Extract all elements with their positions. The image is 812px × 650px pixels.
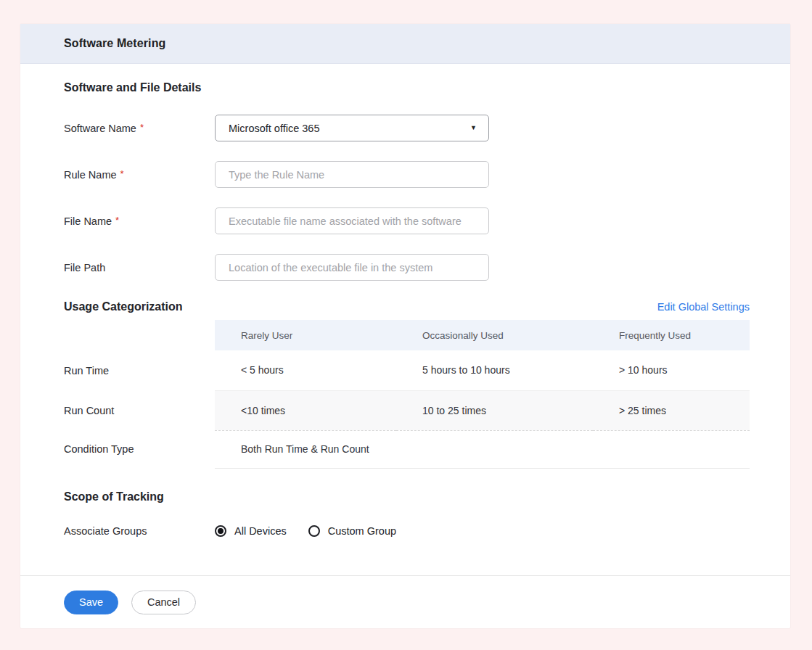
edit-global-settings-link[interactable]: Edit Global Settings	[657, 301, 750, 313]
form-row-associate-groups: Associate Groups All Devices Custom Grou…	[64, 525, 750, 537]
chevron-down-icon: ▼	[470, 125, 477, 131]
section-title-scope-of-tracking: Scope of Tracking	[64, 490, 750, 503]
form-row-file-name: File Name*	[64, 207, 750, 234]
run-count-frequently-value: > 25 times	[593, 390, 750, 430]
section-title-software-details: Software and File Details	[64, 81, 750, 94]
cancel-button[interactable]: Cancel	[131, 591, 196, 614]
condition-type-value: Both Run Time & Run Count	[215, 430, 750, 468]
associate-groups-label: Associate Groups	[64, 525, 215, 537]
condition-type-label: Condition Type	[64, 430, 215, 468]
required-asterisk: *	[115, 215, 119, 226]
required-asterisk: *	[140, 122, 144, 133]
file-path-label: File Path	[64, 262, 215, 273]
column-header-frequently-used: Frequently Used	[593, 320, 750, 350]
rule-name-label: Rule Name*	[64, 169, 215, 181]
software-name-label: Software Name*	[64, 123, 215, 134]
radio-all-devices[interactable]: All Devices	[215, 525, 287, 537]
usage-table-header-row: Rarely User Occasionally Used Frequently…	[215, 320, 750, 350]
run-count-occasionally-value: 10 to 25 times	[396, 390, 593, 430]
usage-categorization-section: Run Time Run Count Condition Type Rarely…	[64, 320, 750, 469]
run-count-rarely-value: <10 times	[215, 390, 396, 430]
table-row-condition-type: Both Run Time & Run Count	[215, 430, 750, 468]
run-time-frequently-value: > 10 hours	[593, 350, 750, 390]
file-name-label: File Name*	[64, 215, 215, 227]
file-path-input[interactable]	[215, 254, 489, 281]
software-name-select[interactable]: Microsoft office 365 ▼	[215, 115, 489, 141]
software-metering-panel: Software Metering Software and File Deta…	[20, 24, 790, 628]
panel-body: Software and File Details Software Name*…	[20, 64, 790, 575]
usage-row-labels: Run Time Run Count Condition Type	[64, 320, 215, 469]
column-header-occasionally-used: Occasionally Used	[396, 320, 593, 350]
panel-header: Software Metering	[20, 24, 790, 64]
table-row-run-count: <10 times 10 to 25 times > 25 times	[215, 390, 750, 430]
run-time-occasionally-value: 5 hours to 10 hours	[396, 350, 593, 390]
table-row-run-time: < 5 hours 5 hours to 10 hours > 10 hours	[215, 350, 750, 390]
panel-footer: Save Cancel	[20, 575, 790, 628]
radio-custom-group[interactable]: Custom Group	[308, 525, 396, 537]
radio-unselected-icon	[308, 525, 320, 537]
radio-custom-group-label: Custom Group	[328, 525, 396, 537]
radio-all-devices-label: All Devices	[234, 525, 287, 537]
associate-groups-options: All Devices Custom Group	[215, 525, 396, 537]
radio-selected-icon	[215, 525, 226, 537]
usage-table: Rarely User Occasionally Used Frequently…	[215, 320, 750, 469]
run-time-label: Run Time	[64, 350, 215, 390]
section-title-usage-categorization: Usage Categorization	[64, 300, 183, 313]
form-row-rule-name: Rule Name*	[64, 161, 750, 188]
run-time-rarely-value: < 5 hours	[215, 350, 396, 390]
usage-categorization-header-row: Usage Categorization Edit Global Setting…	[64, 300, 750, 313]
run-count-label: Run Count	[64, 390, 215, 430]
panel-title: Software Metering	[64, 37, 165, 50]
column-header-rarely-used: Rarely User	[215, 320, 396, 350]
file-name-input[interactable]	[215, 207, 489, 234]
save-button[interactable]: Save	[64, 591, 118, 614]
form-row-file-path: File Path	[64, 254, 750, 281]
software-name-selected-value: Microsoft office 365	[229, 123, 319, 134]
form-row-software-name: Software Name* Microsoft office 365 ▼	[64, 115, 750, 141]
required-asterisk: *	[120, 168, 124, 179]
rule-name-input[interactable]	[215, 161, 489, 188]
